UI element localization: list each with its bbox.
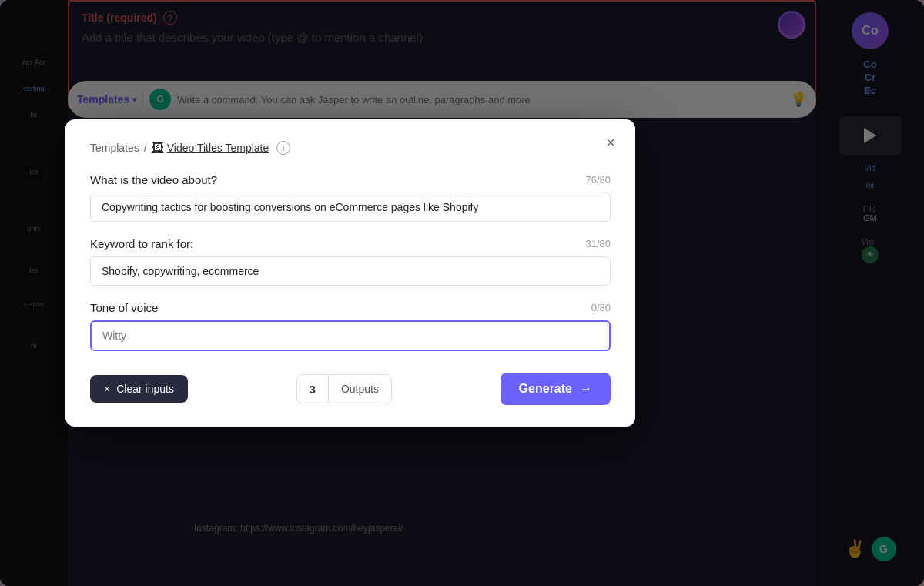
breadcrumb-templates: Templates bbox=[90, 142, 139, 154]
template-icon: 🖼 bbox=[152, 141, 164, 155]
field-keyword-counter: 31/80 bbox=[585, 238, 611, 249]
close-icon: × bbox=[606, 134, 615, 152]
generate-arrow-icon: → bbox=[580, 382, 592, 396]
breadcrumb: Templates / 🖼 Video Titles Template i bbox=[90, 141, 611, 155]
generate-label: Generate bbox=[519, 382, 572, 396]
clear-x-icon: × bbox=[104, 383, 110, 395]
modal-dialog: × Templates / 🖼 Video Titles Template i … bbox=[65, 119, 635, 427]
field-tone: Tone of voice 0/80 bbox=[90, 301, 611, 351]
breadcrumb-page-link[interactable]: 🖼 Video Titles Template bbox=[152, 141, 270, 155]
clear-label: Clear inputs bbox=[116, 383, 174, 395]
info-icon: i bbox=[276, 141, 290, 155]
field-video-about-header: What is the video about? 76/80 bbox=[90, 173, 611, 186]
breadcrumb-page-name: Video Titles Template bbox=[167, 142, 270, 154]
outputs-label: Outputs bbox=[329, 375, 391, 403]
field-video-about-counter: 76/80 bbox=[585, 174, 611, 186]
field-keyword-label: Keyword to rank for: bbox=[90, 237, 193, 250]
generate-button[interactable]: Generate → bbox=[500, 373, 611, 405]
field-keyword-input[interactable] bbox=[90, 256, 611, 286]
modal-close-button[interactable]: × bbox=[600, 132, 621, 153]
breadcrumb-separator: / bbox=[144, 142, 147, 154]
field-tone-header: Tone of voice 0/80 bbox=[90, 301, 611, 314]
field-tone-label: Tone of voice bbox=[90, 301, 158, 314]
field-video-about: What is the video about? 76/80 bbox=[90, 173, 611, 222]
clear-inputs-button[interactable]: × Clear inputs bbox=[90, 375, 188, 403]
field-tone-input[interactable] bbox=[90, 320, 611, 351]
field-video-about-label: What is the video about? bbox=[90, 173, 217, 186]
outputs-counter: 3 Outputs bbox=[296, 374, 392, 404]
field-tone-counter: 0/80 bbox=[591, 302, 611, 313]
modal-footer: × Clear inputs 3 Outputs Generate → bbox=[90, 373, 611, 405]
field-video-about-input[interactable] bbox=[90, 193, 611, 222]
outputs-number: 3 bbox=[297, 375, 329, 404]
field-keyword: Keyword to rank for: 31/80 bbox=[90, 237, 611, 286]
field-keyword-header: Keyword to rank for: 31/80 bbox=[90, 237, 611, 250]
